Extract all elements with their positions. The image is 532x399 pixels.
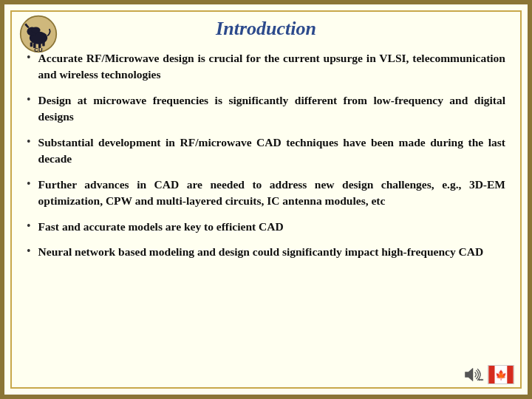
bullet-marker-6: • bbox=[27, 245, 31, 258]
bullet-marker-1: • bbox=[27, 51, 31, 64]
bullet-item-2: • Design at microwave frequencies is sig… bbox=[27, 92, 505, 126]
bullet-text-1: Accurate RF/Microwave design is crucial … bbox=[38, 50, 505, 83]
bullet-marker-4: • bbox=[27, 177, 31, 191]
slide-content: • Accurate RF/Microwave design is crucia… bbox=[4, 43, 528, 362]
svg-rect-17 bbox=[507, 366, 513, 383]
bullet-text-5: Fast and accurate models are key to effi… bbox=[38, 219, 284, 235]
slide-footer: 🍁 bbox=[4, 362, 528, 387]
bullet-text-3: Substantial development in RF/microwave … bbox=[38, 134, 505, 168]
bullet-marker-2: • bbox=[27, 93, 31, 106]
svg-point-3 bbox=[31, 27, 40, 33]
slide-header: CU Introduction bbox=[4, 12, 528, 43]
bullet-item-4: • Further advances in CAD are needed to … bbox=[27, 177, 505, 210]
bullet-text-2: Design at microwave frequencies is signi… bbox=[38, 92, 505, 126]
bullet-item-3: • Substantial development in RF/microwav… bbox=[27, 134, 505, 168]
bullet-text-6: Neural network based modeling and design… bbox=[38, 244, 484, 260]
bullet-marker-5: • bbox=[27, 219, 31, 233]
bullet-item-6: • Neural network based modeling and desi… bbox=[27, 244, 505, 260]
bullet-item-5: • Fast and accurate models are key to ef… bbox=[27, 219, 505, 235]
svg-point-13 bbox=[480, 379, 482, 381]
slide-title: Introduction bbox=[216, 18, 316, 40]
bullet-text-4: Further advances in CAD are needed to ad… bbox=[38, 177, 505, 210]
svg-point-12 bbox=[478, 379, 480, 381]
svg-marker-11 bbox=[466, 368, 474, 381]
canada-flag-icon: 🍁 bbox=[488, 365, 514, 384]
bullet-marker-3: • bbox=[27, 135, 31, 149]
bullet-item-1: • Accurate RF/Microwave design is crucia… bbox=[27, 50, 505, 83]
slide: CU Introduction • Accurate RF/Microwave … bbox=[0, 0, 532, 399]
footer-icons: 🍁 bbox=[463, 365, 514, 384]
svg-text:🍁: 🍁 bbox=[495, 369, 508, 381]
svg-rect-15 bbox=[488, 366, 494, 383]
speaker-icon bbox=[463, 366, 483, 383]
svg-point-14 bbox=[482, 379, 483, 381]
